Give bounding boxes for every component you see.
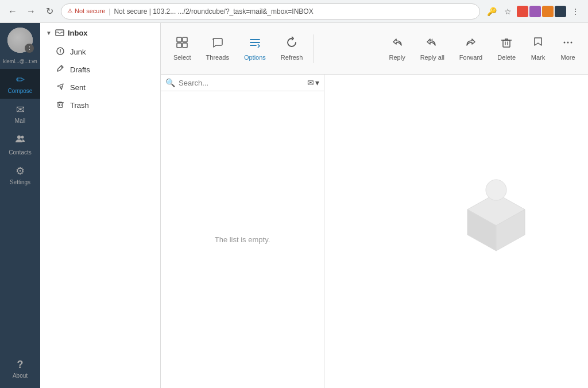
folder-trash[interactable]: Trash [40,96,160,114]
mail-type-button[interactable]: ✉ ▾ [307,78,319,87]
key-icon-btn[interactable]: 🔑 [485,5,498,18]
favicon-4 [555,6,566,17]
reply-button[interactable]: Reply [382,32,412,65]
junk-label: Junk [70,48,86,56]
browser-chrome: ← → ↻ ⚠ Not secure | Not secure | 103.2.… [0,0,588,23]
content-area: 🔍 ✉ ▾ The list is empty. [161,75,588,388]
more-button[interactable]: More [554,32,582,65]
toolbar: Select Threads Options Refresh [161,23,588,75]
empty-message-text: The list is empty. [215,235,270,244]
mail-icon: ✉ [16,103,25,116]
folder-sent[interactable]: Sent [40,79,160,96]
svg-rect-9 [183,43,187,48]
sidebar-item-contacts[interactable]: Contacts [0,129,40,160]
refresh-button[interactable]: Refresh [274,32,310,65]
main-content: Select Threads Options Refresh [161,23,588,388]
forward-button[interactable]: Forward [452,32,489,65]
svg-rect-2 [56,30,64,36]
sidebar-item-mail[interactable]: ✉ Mail [0,99,40,129]
svg-rect-10 [503,40,510,47]
more-icon [562,36,574,52]
threads-button[interactable]: Threads [199,32,236,65]
reply-label: Reply [389,54,405,61]
folder-panel: ▼ Inbox Junk Drafts Sent [40,23,161,388]
inbox-folder-header[interactable]: ▼ Inbox [40,23,160,43]
refresh-icon [285,36,298,52]
reading-pane [324,75,588,388]
url-text: Not secure | 103.2... .../2/roundcube/?_… [114,7,313,15]
svg-point-11 [564,42,566,44]
forward-icon [465,36,477,52]
about-icon: ? [17,359,24,371]
svg-rect-7 [183,37,187,42]
security-warning: ⚠ Not secure [67,7,105,15]
compose-icon: ✏ [16,73,25,86]
search-input[interactable] [179,79,304,87]
favicon-3 [542,6,554,17]
folder-junk[interactable]: Junk [40,43,160,61]
select-label: Select [173,54,191,61]
favicon-1 [517,6,528,17]
sidebar-mail-label: Mail [15,118,25,124]
reload-button[interactable]: ↻ [42,5,56,18]
sidebar-about-label: About [13,373,28,379]
mark-icon [532,36,544,52]
reply-all-button[interactable]: Reply all [413,32,451,65]
contacts-icon [14,133,26,148]
mark-button[interactable]: Mark [524,32,552,65]
sent-label: Sent [70,83,86,92]
delete-button[interactable]: Delete [490,32,523,65]
mail-list-area: 🔍 ✉ ▾ The list is empty. [161,75,324,388]
more-label: More [560,54,575,61]
inbox-label: Inbox [68,29,88,37]
search-icon: 🔍 [165,78,175,87]
svg-rect-6 [177,37,181,42]
reply-icon [391,36,404,52]
drafts-label: Drafts [70,65,90,74]
sidebar-compose-label: Compose [8,88,33,94]
forward-button[interactable]: → [24,5,38,18]
svg-point-12 [567,42,569,44]
junk-icon [56,47,65,57]
sidebar-item-compose[interactable]: ✏ Compose [0,69,40,99]
forward-label: Forward [459,54,482,61]
extension-icon-btn[interactable]: ⋮ [568,5,582,18]
address-bar[interactable]: ⚠ Not secure | Not secure | 103.2... ...… [61,3,480,20]
user-options-button[interactable]: ⋮ [25,44,34,53]
threads-icon [211,36,224,52]
delete-icon [500,36,513,52]
drafts-icon [56,65,65,75]
refresh-label: Refresh [281,54,303,61]
empty-state-illustration [450,176,542,268]
toolbar-separator-1 [313,34,314,63]
select-icon [176,36,188,52]
svg-rect-8 [177,43,181,48]
sidebar-item-about[interactable]: ? About [0,354,40,383]
reply-all-label: Reply all [420,54,444,61]
mark-label: Mark [531,54,545,61]
options-button[interactable]: Options [237,32,273,65]
delete-label: Delete [497,54,516,61]
mail-type-chevron: ▾ [315,78,319,87]
favicon-2 [529,6,541,17]
browser-actions: 🔑 ☆ ⋮ [485,5,582,18]
trash-icon [56,100,65,110]
back-button[interactable]: ← [6,5,20,18]
sent-icon [56,83,65,92]
svg-point-4 [60,52,60,53]
trash-label: Trash [70,101,89,110]
sidebar-item-settings[interactable]: ⚙ Settings [0,160,40,190]
options-icon [249,36,261,52]
inbox-icon [55,28,64,38]
select-button[interactable]: Select [167,32,198,65]
star-icon-btn[interactable]: ☆ [501,5,514,18]
envelope-icon: ✉ [307,78,314,87]
chevron-down-icon: ▼ [46,30,52,36]
user-avatar[interactable]: ⋮ [7,28,33,53]
sidebar-contacts-label: Contacts [9,149,31,156]
empty-list-message: The list is empty. [161,91,324,388]
folder-drafts[interactable]: Drafts [40,61,160,79]
settings-icon: ⚙ [16,165,25,177]
app-layout: ⋮ kieml...@...t.vn ✏ Compose ✉ Mail Cont… [0,23,588,388]
svg-point-1 [21,136,24,139]
